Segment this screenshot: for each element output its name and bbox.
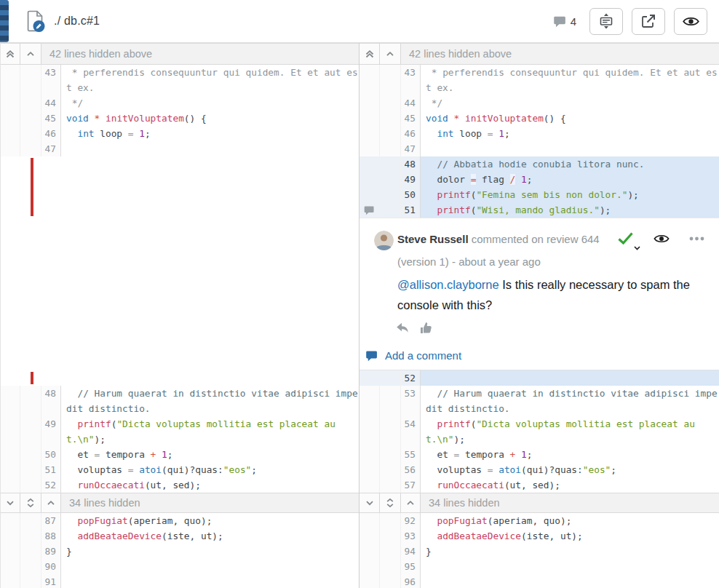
code-line[interactable]: 54 printf("Dicta voluptas mollitia est p…	[360, 416, 719, 447]
code-text[interactable]: // Harum quaerat in distinctio vitae adi…	[421, 386, 719, 416]
code-text[interactable]: void * initVoluptatem() {	[61, 111, 359, 126]
code-line[interactable]: 46 int loop = 1;	[0, 126, 359, 141]
red-change-bar[interactable]	[31, 158, 33, 216]
line-number[interactable]: 52	[401, 370, 421, 386]
code-text[interactable]: int loop = 1;	[61, 126, 359, 141]
expand-above-button[interactable]	[380, 44, 401, 64]
code-line[interactable]: 47	[0, 141, 359, 156]
line-number[interactable]: 95	[401, 559, 421, 574]
line-number[interactable]: 87	[41, 513, 61, 528]
code-line[interactable]: 44 */	[0, 95, 359, 111]
expand-gutter-cell[interactable]	[20, 447, 41, 462]
expand-gutter-cell[interactable]	[380, 172, 401, 187]
expand-gutter-cell[interactable]	[380, 462, 401, 477]
expand-gutter-cell[interactable]	[20, 574, 41, 588]
line-number[interactable]: 89	[41, 544, 61, 559]
line-number[interactable]: 93	[401, 528, 421, 544]
watch-comment-button[interactable]	[654, 234, 670, 244]
like-button[interactable]	[420, 322, 432, 334]
line-number[interactable]: 53	[401, 386, 421, 416]
code-line[interactable]: 52 runOccaecati(ut, sed);	[0, 477, 359, 493]
code-text[interactable]	[61, 574, 359, 588]
expand-gutter-cell[interactable]	[20, 477, 41, 493]
expand-above-button[interactable]	[20, 44, 41, 64]
code-text[interactable]: }	[61, 544, 359, 559]
line-number[interactable]: 56	[401, 462, 421, 477]
code-text[interactable]: runOccaecati(ut, sed);	[421, 477, 719, 493]
approve-dropdown-button[interactable]	[617, 231, 634, 245]
line-number[interactable]: 94	[401, 544, 421, 559]
expand-gutter-cell[interactable]	[380, 156, 401, 172]
code-line[interactable]: 87 popFugiat(aperiam, quo);	[0, 513, 359, 528]
code-text[interactable]: * perferendis consequuntur qui quidem. E…	[421, 65, 719, 95]
line-number[interactable]: 55	[401, 447, 421, 462]
code-line[interactable]: 43 * perferendis consequuntur qui quidem…	[360, 65, 719, 95]
code-line[interactable]: 47	[360, 141, 719, 156]
comment-action-text[interactable]: commented on review 644	[469, 233, 600, 245]
line-number[interactable]: 57	[401, 477, 421, 493]
expand-gutter-cell[interactable]	[380, 141, 401, 156]
expand-gutter-cell[interactable]	[380, 202, 401, 218]
code-text[interactable]: * perferendis consequuntur qui quidem. E…	[61, 65, 359, 95]
expand-gutter-cell[interactable]	[20, 528, 41, 544]
code-line[interactable]: 51 voluptas = atoi(qui)?quas:"eos";	[0, 462, 359, 477]
code-line[interactable]: 48 // Abbatia hodie conubia litora nunc.	[360, 156, 719, 172]
code-line[interactable]: 49 dolor = flag / 1;	[360, 172, 719, 187]
code-text[interactable]: voluptas = atoi(qui)?quas:"eos";	[421, 462, 719, 477]
expand-gutter-cell[interactable]	[20, 416, 41, 447]
code-text[interactable]	[421, 559, 719, 574]
code-text[interactable]: dolor = flag / 1;	[421, 172, 719, 187]
line-number[interactable]: 48	[41, 386, 61, 416]
expand-gutter-cell[interactable]	[380, 559, 401, 574]
expand-gutter-cell[interactable]	[20, 462, 41, 477]
expand-above-button[interactable]	[41, 493, 61, 512]
expand-gutter-cell[interactable]	[380, 544, 401, 559]
code-line[interactable]: 96	[360, 574, 719, 588]
avatar[interactable]	[374, 231, 394, 250]
line-number[interactable]: 92	[401, 513, 421, 528]
expand-below-button[interactable]	[360, 493, 380, 512]
more-options-button[interactable]	[689, 237, 704, 241]
line-number[interactable]: 47	[41, 141, 61, 156]
expand-gutter-cell[interactable]	[20, 386, 41, 416]
code-line[interactable]: 45void * initVoluptatem() {	[0, 111, 359, 126]
code-text[interactable]: printf("Dicta voluptas mollitia est plac…	[61, 416, 359, 447]
code-line[interactable]: 93 addBeataeDevice(iste, ut);	[360, 528, 719, 544]
toggle-visibility-button[interactable]	[674, 8, 707, 35]
line-number[interactable]: 51	[401, 202, 421, 218]
line-number[interactable]: 48	[401, 156, 421, 172]
code-line[interactable]: 90	[0, 559, 359, 574]
mention-link[interactable]: @allison.clayborne	[397, 278, 499, 291]
code-text[interactable]: void * initVoluptatem() {	[421, 111, 719, 126]
expand-gutter-cell[interactable]	[380, 528, 401, 544]
line-number[interactable]: 44	[41, 95, 61, 111]
comment-header[interactable]: Steve Russell commented on review 644	[397, 233, 600, 245]
expand-gutter-cell[interactable]	[380, 386, 401, 416]
expand-all-above-button[interactable]	[360, 44, 380, 64]
expand-gutter-cell[interactable]	[20, 65, 41, 95]
code-text[interactable]: et = tempora + 1;	[421, 447, 719, 462]
expand-gutter-cell[interactable]	[380, 447, 401, 462]
hidden-lines-label[interactable]: 42 lines hidden above	[401, 44, 719, 64]
code-line[interactable]: 57 runOccaecati(ut, sed);	[360, 477, 719, 493]
hidden-lines-label[interactable]: 34 lines hidden	[421, 493, 719, 512]
expand-gutter-cell[interactable]	[380, 111, 401, 126]
comment-body[interactable]: @allison.clayborne Is this really necess…	[397, 274, 712, 315]
comment-flag-cell[interactable]	[360, 202, 380, 218]
code-line[interactable]: 92 popFugiat(aperiam, quo);	[360, 513, 719, 528]
expand-gutter-cell[interactable]	[380, 477, 401, 493]
code-text[interactable]: int loop = 1;	[421, 126, 719, 141]
line-number[interactable]: 50	[41, 447, 61, 462]
comment-meta[interactable]: (version 1) - about a year ago	[397, 255, 541, 268]
open-in-new-window-button[interactable]	[632, 8, 665, 35]
code-text[interactable]	[61, 559, 359, 574]
expand-gutter-cell[interactable]	[20, 141, 41, 156]
comment-count[interactable]: 4	[553, 15, 576, 28]
code-line[interactable]: 56 voluptas = atoi(qui)?quas:"eos";	[360, 462, 719, 477]
code-line[interactable]: 48 // Harum quaerat in distinctio vitae …	[0, 386, 359, 416]
expand-gutter-cell[interactable]	[380, 65, 401, 95]
hidden-lines-bar[interactable]: 34 lines hidden	[360, 493, 719, 513]
expand-gutter-cell[interactable]	[380, 95, 401, 111]
code-line[interactable]: 53 // Harum quaerat in distinctio vitae …	[360, 386, 719, 416]
code-text[interactable]	[421, 370, 719, 386]
